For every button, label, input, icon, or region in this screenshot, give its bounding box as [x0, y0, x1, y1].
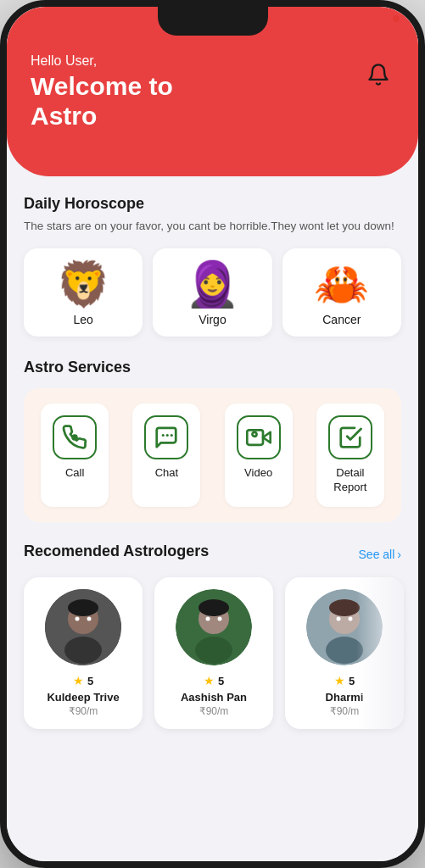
chat-icon — [144, 415, 188, 459]
services-title: Astro Services — [24, 359, 401, 376]
service-detail-report[interactable]: DetailReport — [316, 403, 384, 507]
aashish-rating: 5 — [218, 675, 224, 687]
notch — [158, 7, 268, 36]
svg-point-24 — [349, 617, 353, 621]
rating-row-kuldeep: ★ 5 — [34, 674, 132, 687]
call-icon — [53, 415, 97, 459]
detail-report-label: DetailReport — [333, 466, 366, 495]
leo-icon: 🦁 — [56, 262, 111, 306]
recommended-header: Recomended Astrologers See all › — [24, 542, 401, 565]
svg-point-0 — [71, 435, 78, 442]
recommended-title: Recomended Astrologers — [24, 542, 209, 560]
avatar-dharmi — [306, 589, 383, 665]
screen: Hello User, Welcome to Astro Dail — [7, 7, 418, 861]
horoscope-title: Daily Horoscope — [24, 195, 401, 213]
rating-row-aashish: ★ 5 — [165, 674, 263, 687]
video-label: Video — [244, 466, 272, 481]
svg-point-20 — [326, 637, 363, 664]
cancer-label: Cancer — [322, 313, 361, 326]
chat-label: Chat — [155, 466, 178, 481]
svg-point-11 — [75, 617, 80, 621]
service-call[interactable]: Call — [41, 403, 109, 507]
svg-point-8 — [64, 637, 102, 664]
service-video[interactable]: Video — [225, 403, 293, 507]
astrologer-card-aashish[interactable]: ★ 5 Aashish Pan ₹90/m — [154, 577, 273, 729]
video-icon — [237, 415, 281, 459]
notification-bell-icon[interactable] — [362, 58, 394, 91]
star-icon: ★ — [334, 674, 345, 687]
zodiac-card-virgo[interactable]: 🧕 Virgo — [153, 248, 271, 337]
astrologer-card-kuldeep[interactable]: ★ 5 Kuldeep Trive ₹90/m — [24, 577, 143, 729]
call-label: Call — [65, 466, 84, 481]
greeting-text: Hello User, — [31, 53, 173, 69]
phone-frame: Hello User, Welcome to Astro Dail — [0, 0, 425, 868]
chevron-right-icon: › — [397, 548, 401, 561]
see-all-button[interactable]: See all › — [359, 548, 401, 561]
svg-point-22 — [329, 599, 360, 616]
dharmi-rate: ₹90/m — [295, 705, 394, 717]
svg-point-16 — [199, 599, 229, 616]
svg-point-12 — [87, 617, 92, 621]
horoscope-subtitle: The stars are on your favor, you cant be… — [24, 218, 401, 235]
main-content: Daily Horoscope The stars are on your fa… — [7, 176, 418, 746]
kuldeep-rate: ₹90/m — [34, 705, 132, 717]
avatar-kuldeep — [45, 589, 121, 665]
star-icon: ★ — [73, 674, 84, 687]
star-icon: ★ — [204, 674, 215, 687]
rating-row-dharmi: ★ 5 — [295, 674, 394, 687]
zodiac-row: 🦁 Leo 🧕 Virgo 🦀 Cancer — [24, 248, 401, 337]
aashish-name: Aashish Pan — [165, 691, 263, 704]
leo-label: Leo — [73, 313, 92, 326]
detail-report-icon — [328, 415, 372, 459]
services-box: Call Chat — [24, 388, 401, 522]
svg-point-18 — [218, 617, 222, 621]
services-section: Astro Services Call — [24, 359, 401, 522]
svg-point-23 — [337, 617, 341, 621]
svg-point-10 — [68, 599, 98, 616]
header-text: Hello User, Welcome to Astro — [31, 53, 173, 131]
horoscope-section: Daily Horoscope The stars are on your fa… — [24, 195, 401, 337]
zodiac-card-cancer[interactable]: 🦀 Cancer — [282, 248, 401, 337]
dharmi-rating: 5 — [349, 675, 355, 687]
svg-point-17 — [206, 617, 210, 621]
aashish-rate: ₹90/m — [165, 705, 263, 717]
svg-point-6 — [252, 432, 256, 437]
service-chat[interactable]: Chat — [132, 403, 200, 507]
avatar-aashish — [176, 589, 252, 665]
kuldeep-rating: 5 — [87, 675, 93, 687]
kuldeep-name: Kuldeep Trive — [34, 691, 132, 704]
astrologer-card-dharmi[interactable]: ★ 5 Dharmi ₹90/m — [285, 577, 404, 729]
dharmi-name: Dharmi — [295, 691, 394, 704]
svg-point-14 — [195, 637, 232, 664]
virgo-icon: 🧕 — [185, 262, 240, 306]
cancer-icon: 🦀 — [314, 262, 369, 306]
status-dot — [393, 15, 400, 22]
astrologers-row: ★ 5 Kuldeep Trive ₹90/m — [24, 577, 401, 746]
zodiac-card-leo[interactable]: 🦁 Leo — [24, 248, 143, 337]
virgo-label: Virgo — [199, 313, 226, 326]
welcome-title: Welcome to Astro — [31, 72, 173, 131]
recommended-section: Recomended Astrologers See all › — [24, 542, 401, 746]
